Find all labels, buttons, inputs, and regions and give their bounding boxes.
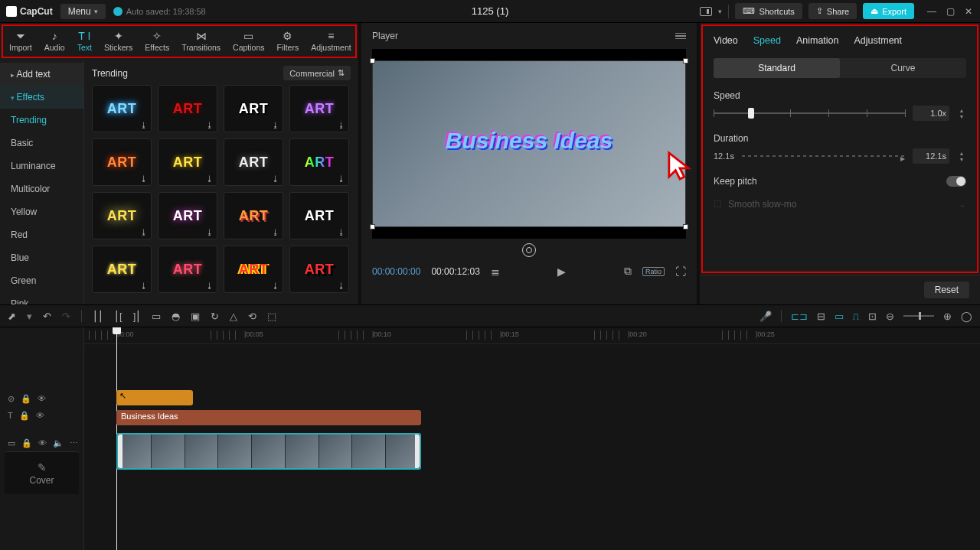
minimize-button[interactable]: — [926, 6, 937, 17]
commercial-filter[interactable]: Commercial⇅ [283, 66, 351, 80]
sidebar-add-text[interactable]: Add text [0, 63, 83, 86]
text-effect-item[interactable]: ART⭳ [224, 246, 283, 293]
link-icon[interactable]: ⊟ [817, 311, 825, 322]
trim-icon[interactable]: ⊡ [868, 311, 877, 322]
text-effect-item[interactable]: ART⭳ [289, 246, 349, 293]
text-effect-item[interactable]: ART⭳ [289, 85, 349, 132]
sidebar-cat-red[interactable]: Red [0, 223, 83, 246]
text-effect-item[interactable]: ART⭳ [92, 138, 152, 186]
resize-handle[interactable] [370, 224, 375, 229]
list-icon[interactable]: ≣ [491, 265, 500, 278]
clip-handle[interactable] [118, 434, 122, 468]
download-icon[interactable]: ⭳ [206, 228, 214, 236]
effect-clip[interactable] [116, 390, 193, 405]
split-left-tool[interactable]: ⎮[ [114, 311, 122, 322]
resize-tool[interactable]: ⬚ [267, 311, 276, 322]
text-effect-item[interactable]: ART⭳ [158, 192, 217, 239]
prop-tab-video[interactable]: Video [714, 35, 738, 46]
shortcuts-button[interactable]: ⌨Shortcuts [735, 3, 802, 19]
download-icon[interactable]: ⭳ [140, 174, 148, 183]
video-frame[interactable]: Business Ideas [372, 60, 686, 227]
maximize-button[interactable]: ▢ [945, 6, 956, 17]
resize-handle[interactable] [683, 58, 688, 63]
resize-handle[interactable] [370, 58, 375, 63]
download-icon[interactable]: ⭳ [272, 228, 279, 236]
download-icon[interactable]: ⭳ [272, 282, 279, 290]
download-icon[interactable]: ⭳ [206, 174, 214, 183]
mirror-tool[interactable]: △ [230, 311, 237, 322]
track-controls[interactable]: ⊘🔒👁 [0, 390, 83, 407]
text-effect-item[interactable]: ART⭳ [158, 85, 217, 132]
export-button[interactable]: ⏏Export [863, 3, 914, 19]
duration-slider[interactable]: ▸ [742, 148, 905, 164]
text-effect-item[interactable]: ART⭳ [92, 192, 152, 239]
source-tab-audio[interactable]: ♪Audio [38, 26, 71, 57]
ratio-button[interactable]: Ratio [642, 267, 665, 276]
sidebar-cat-yellow[interactable]: Yellow [0, 200, 83, 223]
speed-mode-segment[interactable]: Standard Curve [714, 58, 966, 78]
split-right-tool[interactable]: ]⎮ [133, 311, 142, 322]
download-icon[interactable]: ⭳ [338, 121, 345, 129]
sidebar-cat-luminance[interactable]: Luminance [0, 155, 83, 177]
track-controls[interactable]: T🔒👁 [0, 407, 83, 424]
source-tab-transitions[interactable]: ⋈Transitions [175, 26, 227, 57]
chevron-down-icon[interactable]: ▾ [718, 8, 722, 15]
text-effect-item[interactable]: ART⭳ [158, 246, 217, 293]
prop-tab-adjustment[interactable]: Adjustment [854, 35, 903, 46]
download-icon[interactable]: ⭳ [140, 121, 148, 129]
crop-tool[interactable]: ▣ [191, 311, 200, 322]
layout-icon[interactable] [700, 7, 712, 16]
marker-tool[interactable]: ◓ [172, 311, 180, 322]
speed-stepper[interactable]: ▲▼ [957, 106, 966, 121]
text-effect-item[interactable]: ART⭳ [158, 138, 217, 186]
delete-tool[interactable]: ▭ [152, 311, 161, 322]
source-tab-adjustment[interactable]: ≡Adjustment [305, 26, 358, 57]
download-icon[interactable]: ⭳ [272, 121, 279, 129]
zoom-fit-icon[interactable]: ◯ [961, 311, 972, 322]
timeline-ruler[interactable]: 00:00|00:05|00:10|00:15|00:20|00:25 [84, 327, 980, 344]
keep-pitch-toggle[interactable] [946, 176, 966, 187]
segment-curve[interactable]: Curve [840, 58, 966, 78]
text-effect-item[interactable]: ART⭳ [92, 246, 152, 293]
close-button[interactable]: ✕ [963, 6, 974, 17]
zoom-in-icon[interactable]: ⊕ [943, 311, 952, 322]
download-icon[interactable]: ⭳ [140, 282, 148, 290]
source-tab-effects[interactable]: ✧Effects [139, 26, 175, 57]
segment-standard[interactable]: Standard [714, 58, 840, 78]
duration-value[interactable]: 12.1s [913, 148, 949, 164]
zoom-out-icon[interactable]: ⊖ [886, 311, 894, 322]
transform-origin-icon[interactable] [522, 243, 536, 257]
download-icon[interactable]: ⭳ [338, 282, 345, 290]
source-tab-captions[interactable]: ▭Captions [227, 26, 270, 57]
duration-stepper[interactable]: ▲▼ [957, 148, 966, 164]
menu-button[interactable]: Menu▾ [60, 4, 106, 19]
play-button[interactable]: ▶ [557, 265, 566, 278]
source-tab-text[interactable]: T IText [71, 26, 98, 57]
share-button[interactable]: ⇪Share [808, 3, 857, 19]
pointer-tool[interactable]: ⬈ [8, 311, 16, 322]
download-icon[interactable]: ⭳ [140, 228, 148, 236]
text-effect-item[interactable]: ART⭳ [224, 138, 283, 186]
download-icon[interactable]: ⭳ [272, 174, 279, 183]
text-effect-item[interactable]: ART⭳ [224, 85, 283, 132]
sidebar-cat-basic[interactable]: Basic [0, 132, 83, 155]
player-viewport[interactable]: Business Ideas [372, 49, 686, 239]
redo-button[interactable]: ↷ [62, 311, 70, 322]
undo-button[interactable]: ↶ [43, 311, 51, 322]
cover-button[interactable]: ✎Cover [5, 451, 79, 494]
snapshot-icon[interactable]: ⧉ [624, 265, 632, 278]
resize-handle[interactable] [683, 224, 688, 229]
sidebar-cat-trending[interactable]: Trending [0, 109, 83, 132]
prop-tab-animation[interactable]: Animation [796, 35, 839, 46]
text-overlay[interactable]: Business Ideas [446, 128, 612, 154]
download-icon[interactable]: ⭳ [206, 282, 214, 290]
text-effect-item[interactable]: ART⭳ [224, 192, 283, 239]
zoom-slider[interactable] [903, 315, 934, 317]
source-tab-stickers[interactable]: ✦Stickers [98, 26, 139, 57]
mic-icon[interactable]: 🎤 [760, 311, 772, 322]
snap-icon[interactable]: ⊏⊐ [791, 311, 808, 322]
split-tool[interactable]: ⎮⎮ [93, 311, 103, 322]
clip-handle[interactable] [415, 434, 420, 468]
text-effect-item[interactable]: ART⭳ [289, 192, 349, 239]
rotate-tool[interactable]: ⟲ [248, 311, 256, 322]
